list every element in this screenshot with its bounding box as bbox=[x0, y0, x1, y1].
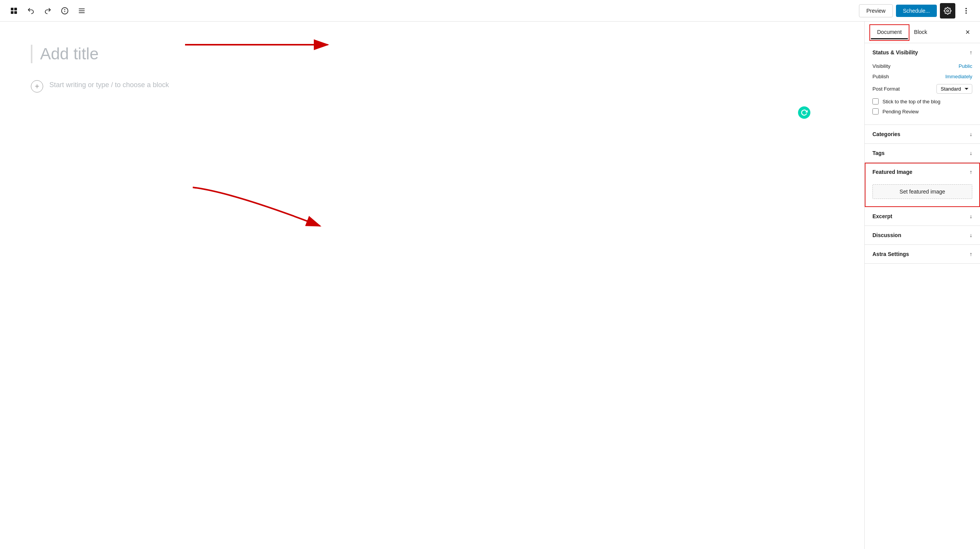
section-discussion-title: Discussion bbox=[872, 232, 901, 238]
section-categories-title: Categories bbox=[872, 131, 900, 137]
publish-row: Publish Immediately bbox=[872, 74, 972, 79]
editor-area: Add title + Start writing or type / to c… bbox=[0, 22, 864, 549]
section-status-visibility: Status & Visibility ↑ Visibility Public … bbox=[865, 43, 980, 125]
svg-rect-3 bbox=[14, 11, 17, 14]
settings-button[interactable] bbox=[940, 3, 955, 19]
tags-chevron-icon: ↓ bbox=[970, 150, 972, 156]
publish-label: Publish bbox=[872, 74, 889, 79]
section-status-visibility-header[interactable]: Status & Visibility ↑ bbox=[865, 43, 980, 62]
stick-top-checkbox[interactable] bbox=[872, 98, 879, 104]
autosave-indicator bbox=[798, 106, 810, 119]
svg-point-11 bbox=[965, 8, 967, 9]
section-discussion: Discussion ↓ bbox=[865, 226, 980, 245]
undo-button[interactable] bbox=[23, 3, 39, 19]
post-format-label: Post Format bbox=[872, 86, 900, 92]
section-tags-title: Tags bbox=[872, 150, 885, 156]
sidebar: Document Block × Status & Visibility ↑ V… bbox=[864, 22, 980, 549]
section-astra-settings-header[interactable]: Astra Settings ↑ bbox=[865, 245, 980, 263]
stick-top-row: Stick to the top of the blog bbox=[872, 98, 972, 104]
section-discussion-header[interactable]: Discussion ↓ bbox=[865, 226, 980, 244]
section-excerpt-title: Excerpt bbox=[872, 213, 892, 219]
visibility-label: Visibility bbox=[872, 63, 891, 69]
pending-review-checkbox[interactable] bbox=[872, 108, 879, 115]
section-categories-header[interactable]: Categories ↓ bbox=[865, 125, 980, 143]
status-visibility-chevron-up-icon: ↑ bbox=[970, 49, 972, 56]
section-featured-image: Featured Image ↑ Set featured image bbox=[865, 163, 980, 207]
pending-review-row: Pending Review bbox=[872, 108, 972, 115]
section-tags-header[interactable]: Tags ↓ bbox=[865, 144, 980, 162]
section-excerpt: Excerpt ↓ bbox=[865, 207, 980, 226]
sidebar-tabs: Document Block × bbox=[865, 22, 980, 43]
post-format-select[interactable]: Standard Aside Chat Gallery Link Image Q… bbox=[936, 84, 972, 94]
section-status-visibility-content: Visibility Public Publish Immediately Po… bbox=[865, 62, 980, 125]
section-astra-settings-title: Astra Settings bbox=[872, 251, 909, 257]
preview-button[interactable]: Preview bbox=[859, 4, 893, 17]
section-status-visibility-title: Status & Visibility bbox=[872, 49, 918, 56]
section-featured-image-header[interactable]: Featured Image ↑ bbox=[865, 163, 980, 181]
toolbar: Preview Schedule... bbox=[0, 0, 980, 22]
svg-rect-0 bbox=[11, 8, 13, 10]
redo-button[interactable] bbox=[40, 3, 56, 19]
editor-body: + Start writing or type / to choose a bl… bbox=[31, 79, 834, 93]
section-excerpt-header[interactable]: Excerpt ↓ bbox=[865, 207, 980, 226]
astra-settings-chevron-up-icon: ↑ bbox=[970, 251, 972, 257]
add-block-button[interactable]: + bbox=[31, 80, 43, 93]
main-layout: Add title + Start writing or type / to c… bbox=[0, 22, 980, 549]
svg-point-10 bbox=[947, 10, 949, 12]
post-title[interactable]: Add title bbox=[31, 45, 834, 63]
schedule-button[interactable]: Schedule... bbox=[896, 5, 937, 17]
section-tags: Tags ↓ bbox=[865, 144, 980, 163]
section-featured-image-title: Featured Image bbox=[872, 169, 912, 175]
set-featured-image-button[interactable]: Set featured image bbox=[872, 184, 972, 199]
publish-value[interactable]: Immediately bbox=[945, 74, 972, 79]
section-astra-settings: Astra Settings ↑ bbox=[865, 245, 980, 264]
visibility-value[interactable]: Public bbox=[959, 63, 972, 69]
svg-rect-2 bbox=[11, 11, 13, 14]
editor-placeholder: Start writing or type / to choose a bloc… bbox=[49, 79, 169, 89]
visibility-row: Visibility Public bbox=[872, 63, 972, 69]
toolbar-right: Preview Schedule... bbox=[859, 3, 974, 19]
info-button[interactable] bbox=[57, 3, 72, 19]
svg-point-13 bbox=[965, 12, 967, 13]
svg-rect-1 bbox=[14, 8, 17, 10]
add-block-toolbar-button[interactable] bbox=[6, 3, 22, 19]
excerpt-chevron-icon: ↓ bbox=[970, 213, 972, 219]
pending-review-label[interactable]: Pending Review bbox=[882, 109, 919, 115]
section-categories: Categories ↓ bbox=[865, 125, 980, 144]
stick-top-label[interactable]: Stick to the top of the blog bbox=[882, 99, 940, 104]
tab-document[interactable]: Document bbox=[871, 26, 908, 39]
svg-point-12 bbox=[965, 10, 967, 11]
categories-chevron-icon: ↓ bbox=[970, 131, 972, 137]
arrow-to-featured-image bbox=[0, 22, 864, 549]
tools-button[interactable] bbox=[74, 3, 89, 19]
post-format-row: Post Format Standard Aside Chat Gallery … bbox=[872, 84, 972, 94]
arrow-to-document bbox=[0, 22, 864, 549]
tab-block[interactable]: Block bbox=[908, 26, 933, 39]
sidebar-close-button[interactable]: × bbox=[961, 26, 974, 39]
toolbar-left bbox=[6, 3, 89, 19]
featured-image-chevron-up-icon: ↑ bbox=[970, 169, 972, 175]
discussion-chevron-icon: ↓ bbox=[970, 232, 972, 238]
more-options-button[interactable] bbox=[958, 3, 974, 19]
section-featured-image-content: Set featured image bbox=[865, 181, 980, 207]
